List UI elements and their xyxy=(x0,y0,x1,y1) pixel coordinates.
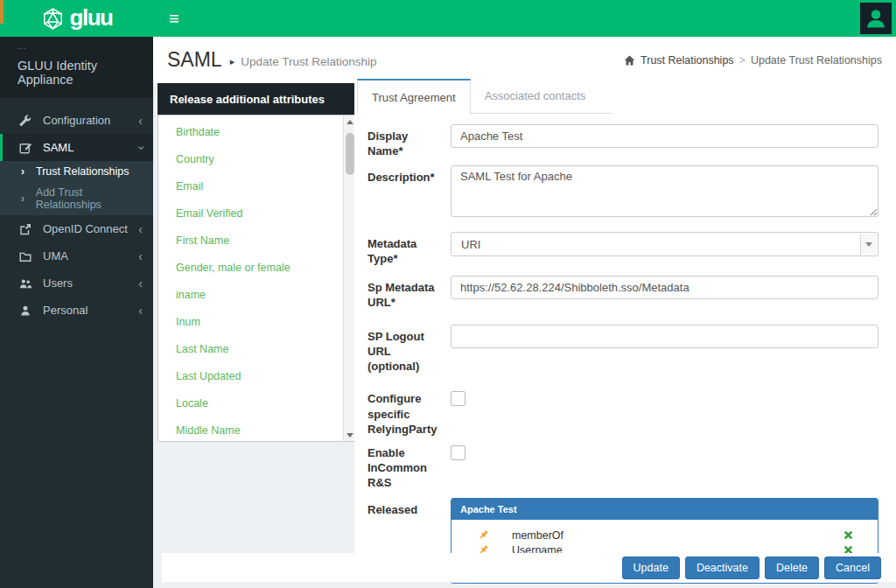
sidebar-item-trust-relationships[interactable]: › Trust Relationships xyxy=(0,161,153,182)
sidebar-item-label: OpenID Connect xyxy=(43,222,128,235)
deactivate-button[interactable]: Deactivate xyxy=(685,556,760,579)
home-icon xyxy=(624,55,635,66)
sidebar-item-users[interactable]: Users ‹ xyxy=(0,270,153,297)
configure-relying-party-checkbox[interactable] xyxy=(451,391,466,406)
wrench-icon xyxy=(19,115,33,127)
person-icon xyxy=(19,304,33,317)
attribute-link[interactable]: Email xyxy=(158,173,343,200)
chevron-left-icon: ‹ xyxy=(138,223,143,235)
sidebar-toggle-hamburger-icon[interactable]: ≡ xyxy=(169,10,179,27)
sidebar-item-label: UMA xyxy=(43,249,68,262)
appliance-title: GLUU Identity Appliance xyxy=(18,59,153,87)
remove-attribute-button[interactable] xyxy=(844,530,853,540)
attribute-link[interactable]: Locale xyxy=(158,390,343,417)
description-textarea[interactable]: SAML Test for Apache xyxy=(451,165,878,217)
released-panel-title: Apache Test xyxy=(452,499,878,520)
sp-logout-url-label: SP Logout URL (optional) xyxy=(368,325,451,374)
sidebar-item-label: Trust Relationships xyxy=(36,165,130,178)
chevron-left-icon: ‹ xyxy=(138,115,143,127)
release-attributes-list: Birthdate Country Email Email Verified F… xyxy=(158,115,357,442)
breadcrumb: Trust Relationships > Update Trust Relat… xyxy=(624,54,882,66)
user-avatar[interactable] xyxy=(860,3,892,34)
attribute-link[interactable]: Gender, male or female xyxy=(158,255,343,282)
user-silhouette-icon xyxy=(864,6,888,31)
description-label: Description* xyxy=(368,165,451,220)
display-name-input[interactable] xyxy=(451,124,878,148)
form-tabs: Trust Agreement Associated contacts xyxy=(357,79,896,114)
sidebar-item-openid-connect[interactable]: OpenID Connect ‹ xyxy=(0,215,153,242)
sidebar-item-label: Personal xyxy=(43,304,88,317)
update-button[interactable]: Update xyxy=(622,556,680,579)
attribute-link[interactable]: Inum xyxy=(158,309,343,336)
scrollbar-thumb[interactable] xyxy=(346,133,354,175)
chevron-left-icon: ‹ xyxy=(138,304,143,317)
action-button-bar: Update Deactivate Delete Cancel xyxy=(162,553,896,582)
metadata-type-select[interactable]: URI xyxy=(451,232,878,256)
sidebar-item-saml[interactable]: SAML ‹ xyxy=(0,134,153,161)
tabs-spacer xyxy=(599,79,612,114)
cancel-button[interactable]: Cancel xyxy=(824,556,881,579)
users-icon xyxy=(19,277,33,290)
trust-relationship-form-panel: Trust Agreement Associated contacts Disp… xyxy=(354,79,896,553)
enable-incommon-checkbox[interactable] xyxy=(451,445,466,460)
tab-trust-agreement[interactable]: Trust Agreement xyxy=(357,79,471,114)
external-link-icon xyxy=(19,223,33,235)
attribute-link[interactable]: First Name xyxy=(158,228,343,255)
breadcrumb-trust-relationships[interactable]: Trust Relationships xyxy=(640,54,734,66)
chevron-left-icon: ‹ xyxy=(138,277,143,290)
pin-icon xyxy=(478,529,489,541)
trust-agreement-form: Display Name* Description* SAML Test for… xyxy=(354,114,896,588)
sidebar-item-label: Configuration xyxy=(43,114,110,127)
breadcrumb-separator: > xyxy=(739,54,746,66)
attribute-link[interactable]: Birthdate xyxy=(158,119,343,146)
released-attribute-row: memberOf xyxy=(452,528,878,542)
sp-metadata-url-input[interactable] xyxy=(451,276,878,299)
tab-associated-contacts[interactable]: Associated contacts xyxy=(471,79,600,114)
breadcrumb-update-trust-relationships[interactable]: Update Trust Relationships xyxy=(751,54,882,66)
sidebar-item-personal[interactable]: Personal ‹ xyxy=(0,297,153,324)
configure-relying-party-label: Configure specific RelyingParty xyxy=(368,390,451,436)
page-title: SAML xyxy=(167,48,222,72)
saml-submenu: › Trust Relationships › Add Trust Relati… xyxy=(0,161,153,215)
release-attributes-panel-header: Release additional attributes xyxy=(158,83,357,115)
folder-icon xyxy=(19,250,33,262)
attribute-link[interactable]: Last Updated xyxy=(158,363,343,390)
sp-logout-url-input[interactable] xyxy=(451,325,878,348)
edit-icon xyxy=(19,142,33,154)
title-caret-icon: ▸ xyxy=(230,56,235,67)
display-name-label: Display Name* xyxy=(368,124,451,158)
metadata-type-label: Metadata Type* xyxy=(368,232,451,266)
chevron-down-icon: ‹ xyxy=(135,145,147,150)
content-area: SAML ▸ Update Trust Relationship Trust R… xyxy=(153,37,896,588)
sidebar-item-label: SAML xyxy=(43,141,74,154)
sidebar-item-uma[interactable]: UMA ‹ xyxy=(0,242,153,270)
select-caret-icon xyxy=(860,234,877,255)
attribute-link[interactable]: iname xyxy=(158,282,343,309)
window-edge-artifact xyxy=(0,0,4,24)
sidebar-nav: Configuration ‹ SAML ‹ › Trust Relations… xyxy=(0,98,153,324)
page-header: SAML ▸ Update Trust Relationship Trust R… xyxy=(153,37,896,83)
sidebar-ellipsis: ... xyxy=(18,42,153,49)
angle-right-icon: › xyxy=(21,165,28,178)
attribute-link[interactable]: Last Name xyxy=(158,336,343,363)
page-subtitle: Update Trust Relationship xyxy=(241,55,376,68)
sp-metadata-url-label: Sp Metadata URL* xyxy=(368,276,451,310)
gluu-logo-text: gluu xyxy=(70,6,113,32)
released-attribute-name: memberOf xyxy=(512,529,844,542)
attribute-link[interactable]: Country xyxy=(158,146,343,173)
chevron-left-icon: ‹ xyxy=(138,250,143,262)
sidebar-header: ... GLUU Identity Appliance xyxy=(0,37,153,98)
top-bar: gluu ≡ xyxy=(0,0,896,37)
attribute-link[interactable]: Email Verified xyxy=(158,200,343,228)
delete-button[interactable]: Delete xyxy=(765,556,819,579)
gluu-logo[interactable]: gluu xyxy=(0,0,153,37)
gluu-logo-icon xyxy=(41,7,65,31)
attribute-link[interactable]: Middle Name xyxy=(158,417,343,444)
metadata-type-value: URI xyxy=(461,238,480,251)
sidebar-item-configuration[interactable]: Configuration ‹ xyxy=(0,107,153,134)
sidebar-item-add-trust-relationships[interactable]: › Add Trust Relationships xyxy=(0,182,153,215)
enable-incommon-label: Enable InCommon R&S xyxy=(368,444,451,490)
sidebar-item-label: Users xyxy=(43,276,73,290)
angle-right-icon: › xyxy=(21,192,28,205)
sidebar: ... GLUU Identity Appliance Configuratio… xyxy=(0,37,153,588)
